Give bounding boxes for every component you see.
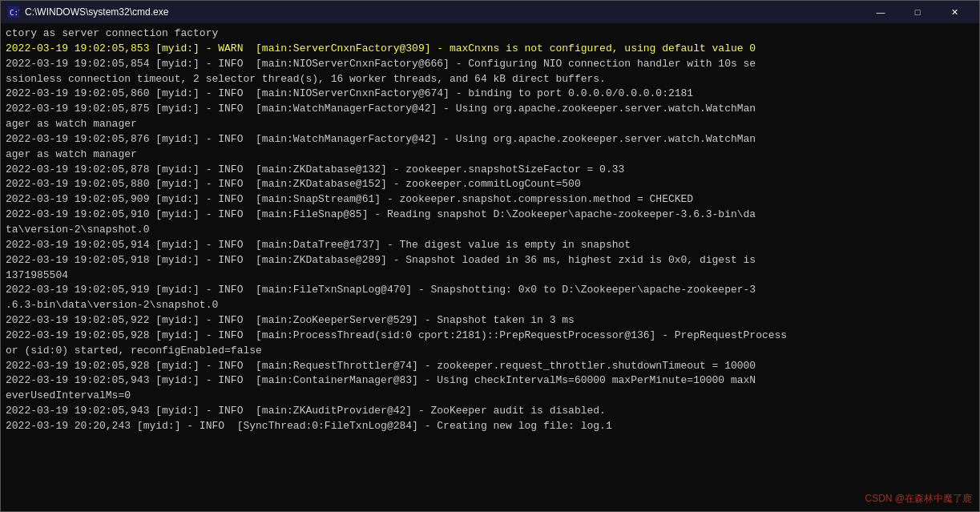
console-line: 2022-03-19 19:02:05,909 [myid:] - INFO [… — [6, 192, 974, 208]
console-line: 1371985504 — [6, 268, 974, 284]
console-line: 2022-03-19 19:02:05,928 [myid:] - INFO [… — [6, 359, 974, 374]
console-line: ssionless connection timeout, 2 selector… — [6, 72, 974, 87]
watermark-text: CSDN @在森林中魔了鹿 — [865, 492, 972, 506]
window-controls: — □ ✕ — [862, 1, 973, 23]
console-line: 2022-03-19 19:02:05,880 [myid:] - INFO [… — [6, 177, 974, 192]
console-line: 2022-03-19 19:02:05,919 [myid:] - INFO [… — [6, 283, 974, 298]
console-line: 2022-03-19 19:02:05,918 [myid:] - INFO [… — [6, 253, 974, 268]
console-line: ta\version-2\snapshot.0 — [6, 223, 974, 238]
console-line: or (sid:0) started, reconfigEnabled=fals… — [6, 344, 974, 359]
title-bar: C:\ C:\WINDOWS\system32\cmd.exe — □ ✕ — [1, 1, 979, 23]
console-output: ctory as server connection factory2022-0… — [1, 23, 979, 511]
console-line: 2022-03-19 19:02:05,914 [myid:] - INFO [… — [6, 238, 974, 253]
console-line: .6.3-bin\data\version-2\snapshot.0 — [6, 298, 974, 313]
console-line: 2022-03-19 19:02:05,854 [myid:] - INFO [… — [6, 57, 974, 72]
console-line: 2022-03-19 19:02:05,860 [myid:] - INFO [… — [6, 87, 974, 102]
maximize-button[interactable]: □ — [899, 1, 936, 23]
console-line: 2022-03-19 19:02:05,928 [myid:] - INFO [… — [6, 329, 974, 344]
console-line: ctory as server connection factory — [6, 26, 974, 42]
window-title: C:\WINDOWS\system32\cmd.exe — [25, 6, 862, 18]
close-button[interactable]: ✕ — [936, 1, 973, 23]
console-line: 2022-03-19 19:02:05,943 [myid:] - INFO [… — [6, 404, 974, 419]
minimize-button[interactable]: — — [862, 1, 899, 23]
console-line: 2022-03-19 19:02:05,875 [myid:] - INFO [… — [6, 102, 974, 117]
console-line: 2022-03-19 19:02:05,922 [myid:] - INFO [… — [6, 313, 974, 329]
console-line: 2022-03-19 20:20,243 [myid:] - INFO [Syn… — [6, 419, 974, 434]
console-line: 2022-03-19 19:02:05,910 [myid:] - INFO [… — [6, 208, 974, 223]
console-line: ager as watch manager — [6, 117, 974, 132]
cmd-window: C:\ C:\WINDOWS\system32\cmd.exe — □ ✕ ct… — [0, 0, 980, 512]
console-line: 2022-03-19 19:02:05,878 [myid:] - INFO [… — [6, 163, 974, 178]
svg-text:C:\: C:\ — [10, 9, 19, 17]
console-line: 2022-03-19 19:02:05,876 [myid:] - INFO [… — [6, 132, 974, 147]
console-line: 2022-03-19 19:02:05,853 [myid:] - WARN [… — [6, 42, 974, 57]
console-line: ager as watch manager — [6, 147, 974, 163]
console-line: 2022-03-19 19:02:05,943 [myid:] - INFO [… — [6, 373, 974, 389]
cmd-icon: C:\ — [7, 6, 20, 18]
console-line: everUsedIntervalMs=0 — [6, 389, 974, 404]
